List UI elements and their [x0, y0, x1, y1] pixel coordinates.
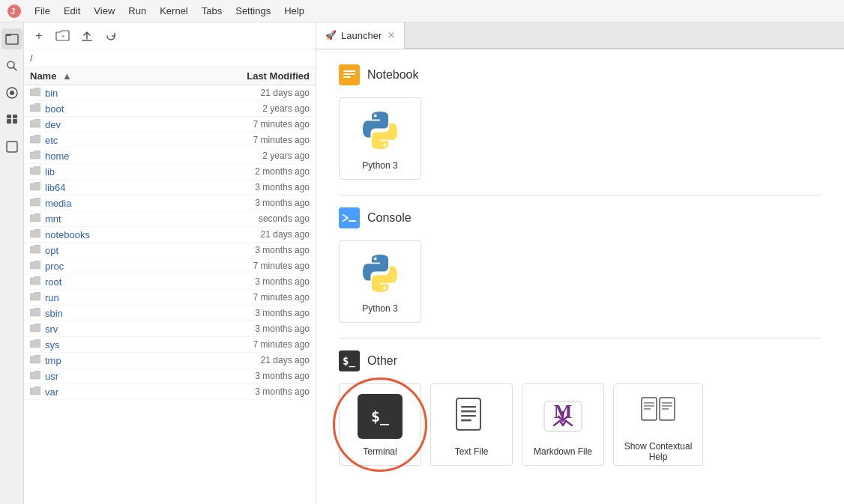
list-item[interactable]: proc 7 minutes ago — [24, 258, 316, 274]
launcher-tab[interactable]: 🚀 Launcher ✕ — [316, 22, 405, 49]
textfile-card[interactable]: Text File — [430, 383, 513, 466]
tab-bar: 🚀 Launcher ✕ — [316, 22, 844, 49]
menu-edit[interactable]: Edit — [58, 4, 86, 18]
file-name: etc — [45, 135, 212, 146]
file-modified: 3 months ago — [212, 245, 310, 255]
folder-icon — [30, 276, 40, 288]
modified-column-header[interactable]: Last Modified — [212, 70, 310, 82]
new-file-btn[interactable]: + — [30, 27, 48, 45]
svg-point-7 — [10, 91, 14, 95]
svg-text:$_: $_ — [343, 355, 355, 368]
new-folder-btn[interactable]: + — [54, 27, 72, 45]
list-item[interactable]: run 7 minutes ago — [24, 290, 316, 306]
menu-kernel[interactable]: Kernel — [154, 4, 194, 18]
sidebar-files-icon[interactable] — [1, 28, 22, 49]
menu-help[interactable]: Help — [278, 4, 310, 18]
other-grid: $_ Terminal — [339, 383, 822, 466]
contextual-help-icon — [634, 387, 682, 435]
refresh-btn[interactable] — [102, 27, 120, 45]
contextual-help-card[interactable]: Show Contextual Help — [613, 383, 703, 466]
file-header: Name ▲ Last Modified — [24, 67, 316, 85]
notebook-section-header: Notebook — [339, 64, 822, 85]
list-item[interactable]: boot 2 years ago — [24, 101, 316, 117]
list-item[interactable]: lib 2 months ago — [24, 164, 316, 180]
folder-icon — [30, 291, 40, 303]
file-name: home — [45, 151, 212, 162]
notebook-grid: Python 3 — [339, 97, 822, 180]
menu-tabs[interactable]: Tabs — [196, 4, 228, 18]
list-item[interactable]: sys 7 minutes ago — [24, 337, 316, 353]
upload-btn[interactable] — [78, 27, 96, 45]
folder-icon — [30, 260, 40, 272]
file-name: lib — [45, 166, 212, 177]
file-modified: 3 months ago — [212, 386, 310, 397]
sidebar-search-icon[interactable] — [1, 55, 22, 76]
folder-icon — [30, 87, 40, 99]
console-grid: Python 3 — [339, 240, 822, 323]
terminal-label: Terminal — [363, 446, 397, 457]
svg-rect-8 — [7, 119, 11, 124]
menu-settings[interactable]: Settings — [229, 4, 277, 18]
markdown-card[interactable]: M Markdown File — [522, 383, 604, 466]
list-item[interactable]: home 2 years ago — [24, 148, 316, 164]
file-name: bin — [45, 88, 212, 99]
name-column-header[interactable]: Name ▲ — [30, 70, 212, 82]
svg-rect-12 — [7, 142, 17, 152]
sidebar-extension-icon[interactable] — [1, 136, 22, 157]
console-divider — [339, 195, 822, 195]
file-modified: 7 minutes ago — [212, 261, 310, 271]
svg-rect-27 — [461, 419, 471, 422]
list-item[interactable]: etc 7 minutes ago — [24, 133, 316, 148]
file-name: srv — [45, 324, 212, 335]
svg-rect-23 — [456, 398, 480, 430]
menu-view[interactable]: View — [88, 4, 121, 18]
svg-rect-16 — [343, 70, 355, 72]
folder-icon — [30, 323, 40, 335]
list-item[interactable]: usr 3 months ago — [24, 368, 316, 384]
list-item[interactable]: opt 3 months ago — [24, 243, 316, 258]
console-python3-card[interactable]: Python 3 — [339, 240, 421, 323]
list-item[interactable]: bin 21 days ago — [24, 85, 316, 101]
console-section-header: Console — [339, 207, 822, 228]
folder-icon — [30, 103, 40, 115]
folder-icon — [30, 370, 40, 382]
contextual-help-label: Show Contextual Help — [624, 441, 693, 462]
terminal-icon: $_ — [356, 392, 404, 440]
app-logo: J — [6, 3, 22, 19]
menu-run[interactable]: Run — [122, 4, 152, 18]
file-modified: 3 months ago — [212, 198, 310, 208]
file-name: root — [45, 276, 212, 288]
list-item[interactable]: var 3 months ago — [24, 384, 316, 400]
list-item[interactable]: tmp 21 days ago — [24, 353, 316, 368]
sidebar-circle-icon[interactable] — [1, 82, 22, 103]
file-modified: 21 days ago — [212, 229, 310, 240]
file-name: tmp — [45, 355, 212, 366]
terminal-card[interactable]: $_ Terminal — [339, 383, 421, 466]
file-name: sbin — [45, 308, 212, 319]
folder-icon — [30, 228, 40, 240]
other-divider — [339, 338, 822, 338]
file-name: usr — [45, 371, 212, 382]
list-item[interactable]: media 3 months ago — [24, 195, 316, 211]
sort-arrow: ▲ — [62, 70, 72, 82]
file-modified: 3 months ago — [212, 371, 310, 381]
folder-icon — [30, 118, 40, 130]
main-layout: + + / — [0, 22, 844, 504]
list-item[interactable]: sbin 3 months ago — [24, 306, 316, 321]
list-item[interactable]: root 3 months ago — [24, 274, 316, 290]
list-item[interactable]: mnt seconds ago — [24, 211, 316, 227]
python3-notebook-label: Python 3 — [362, 160, 397, 171]
notebook-python3-card[interactable]: Python 3 — [339, 97, 421, 180]
file-list: bin 21 days ago boot 2 years ago dev 7 m… — [24, 85, 316, 504]
sidebar-palette-icon[interactable] — [1, 109, 22, 130]
list-item[interactable]: srv 3 months ago — [24, 321, 316, 337]
terminal-card-wrapper: $_ Terminal — [339, 383, 421, 466]
notebook-section-label: Notebook — [367, 68, 419, 82]
list-item[interactable]: dev 7 minutes ago — [24, 117, 316, 133]
list-item[interactable]: notebooks 21 days ago — [24, 227, 316, 243]
list-item[interactable]: lib64 3 months ago — [24, 180, 316, 195]
python3-console-icon — [356, 249, 404, 297]
file-modified: 7 minutes ago — [212, 339, 310, 350]
menu-file[interactable]: File — [28, 4, 56, 18]
launcher-tab-close[interactable]: ✕ — [388, 30, 395, 40]
